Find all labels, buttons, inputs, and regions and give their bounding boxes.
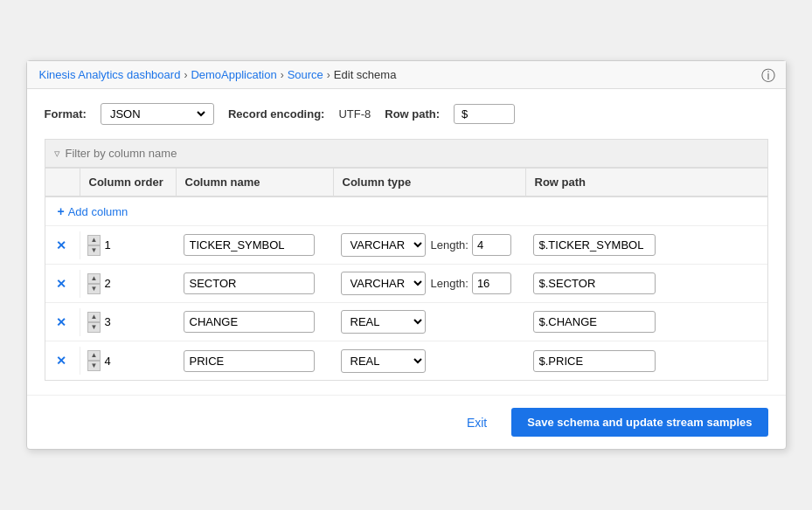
order-arrows-1: ▲ ▼ xyxy=(87,235,101,256)
order-num-2: 2 xyxy=(104,277,110,290)
filter-input[interactable] xyxy=(66,147,240,160)
coltype-cell-1: VARCHAR REAL INTEGER BOOLEAN Length: xyxy=(334,228,526,262)
order-up-4[interactable]: ▲ xyxy=(87,350,101,361)
order-cell-1: ▲ ▼ 1 xyxy=(80,230,177,261)
coltype-cell-4: VARCHAR REAL INTEGER BOOLEAN xyxy=(334,344,526,378)
order-down-3[interactable]: ▼ xyxy=(87,322,101,333)
order-num-3: 3 xyxy=(104,315,110,328)
rowpath-input-4[interactable] xyxy=(533,350,656,372)
th-type: Column type xyxy=(334,169,526,196)
breadcrumb-link-source[interactable]: Source xyxy=(288,68,323,81)
save-button[interactable]: Save schema and update stream samples xyxy=(511,408,767,437)
delete-cell-1: ✕ xyxy=(45,231,80,259)
main-window: Kinesis Analytics dashboard › DemoApplic… xyxy=(26,60,787,450)
delete-button-2[interactable]: ✕ xyxy=(52,275,70,293)
delete-button-1[interactable]: ✕ xyxy=(52,237,70,254)
order-cell-4: ▲ ▼ 4 xyxy=(80,345,177,376)
breadcrumb-current: Edit schema xyxy=(334,68,397,81)
colname-input-3[interactable] xyxy=(184,311,315,333)
table-row: ✕ ▲ ▼ 2 V xyxy=(45,265,767,303)
rowpath-cell-1 xyxy=(526,229,701,261)
th-order: Column order xyxy=(80,169,177,196)
add-column-icon: + xyxy=(58,204,65,218)
order-cell-2: ▲ ▼ 2 xyxy=(80,268,177,300)
table-row: ✕ ▲ ▼ 3 V xyxy=(45,303,767,341)
breadcrumb: Kinesis Analytics dashboard › DemoApplic… xyxy=(27,61,786,89)
colname-cell-4 xyxy=(177,345,334,377)
table-row: ✕ ▲ ▼ 1 V xyxy=(45,226,767,265)
help-icon[interactable]: ⓘ xyxy=(761,67,775,86)
rowpath-input-2[interactable] xyxy=(533,272,656,294)
coltype-select-2[interactable]: VARCHAR REAL INTEGER BOOLEAN xyxy=(341,272,426,295)
exit-button[interactable]: Exit xyxy=(455,410,499,436)
order-arrows-2: ▲ ▼ xyxy=(87,273,101,294)
delete-button-4[interactable]: ✕ xyxy=(52,352,70,369)
order-down-4[interactable]: ▼ xyxy=(87,361,101,371)
coltype-select-1[interactable]: VARCHAR REAL INTEGER BOOLEAN xyxy=(341,233,426,257)
row-path-label: Row path: xyxy=(385,107,440,121)
rowpath-cell-2 xyxy=(526,267,701,300)
record-encoding-value: UTF-8 xyxy=(338,107,371,121)
main-content: Format: JSON CSV Custom Record encoding:… xyxy=(27,89,786,395)
coltype-cell-2: VARCHAR REAL INTEGER BOOLEAN Length: xyxy=(334,266,526,300)
breadcrumb-link-dashboard[interactable]: Kinesis Analytics dashboard xyxy=(39,68,181,81)
rowpath-cell-3 xyxy=(526,306,701,338)
order-up-3[interactable]: ▲ xyxy=(87,312,101,322)
order-up-1[interactable]: ▲ xyxy=(87,235,101,245)
rowpath-cell-4 xyxy=(526,345,701,377)
coltype-select-4[interactable]: VARCHAR REAL INTEGER BOOLEAN xyxy=(341,349,426,373)
row-path-input[interactable] xyxy=(454,104,515,124)
delete-cell-4: ✕ xyxy=(45,347,80,375)
colname-input-1[interactable] xyxy=(184,234,315,256)
length-group-2: Length: xyxy=(431,272,511,294)
footer: Exit Save schema and update stream sampl… xyxy=(27,395,786,449)
order-down-2[interactable]: ▼ xyxy=(87,284,101,294)
breadcrumb-sep-2: › xyxy=(281,69,284,81)
breadcrumb-sep-3: › xyxy=(327,69,330,81)
colname-cell-3 xyxy=(177,306,334,338)
delete-cell-2: ✕ xyxy=(45,270,80,298)
coltype-select-3[interactable]: VARCHAR REAL INTEGER BOOLEAN xyxy=(341,310,426,334)
order-arrows-3: ▲ ▼ xyxy=(87,312,101,333)
schema-table: Column order Column name Column type Row… xyxy=(45,168,768,381)
length-input-1[interactable] xyxy=(472,234,511,256)
filter-row: ▿ xyxy=(45,139,768,168)
table-header: Column order Column name Column type Row… xyxy=(45,169,767,197)
format-select-wrapper[interactable]: JSON CSV Custom xyxy=(101,103,214,125)
length-input-2[interactable] xyxy=(472,272,511,294)
colname-cell-1 xyxy=(177,229,334,261)
th-delete xyxy=(45,169,80,196)
colname-input-2[interactable] xyxy=(184,272,315,294)
th-rowpath: Row path xyxy=(526,169,701,196)
rowpath-input-1[interactable] xyxy=(533,234,656,256)
order-num-1: 1 xyxy=(104,238,110,252)
th-name: Column name xyxy=(177,169,334,196)
record-encoding-label: Record encoding: xyxy=(228,107,325,121)
coltype-cell-3: VARCHAR REAL INTEGER BOOLEAN xyxy=(334,305,526,339)
breadcrumb-link-app[interactable]: DemoApplication xyxy=(191,68,276,81)
delete-cell-3: ✕ xyxy=(45,308,80,336)
order-down-1[interactable]: ▼ xyxy=(87,245,101,256)
format-row: Format: JSON CSV Custom Record encoding:… xyxy=(45,103,768,125)
length-label-2: Length: xyxy=(431,277,468,290)
format-select[interactable]: JSON CSV Custom xyxy=(107,107,208,121)
order-num-4: 4 xyxy=(104,355,110,368)
rowpath-input-3[interactable] xyxy=(533,311,656,333)
delete-button-3[interactable]: ✕ xyxy=(52,314,70,331)
length-label-1: Length: xyxy=(431,238,468,252)
colname-cell-2 xyxy=(177,267,334,300)
order-up-2[interactable]: ▲ xyxy=(87,273,101,284)
colname-input-4[interactable] xyxy=(184,350,315,372)
order-arrows-4: ▲ ▼ xyxy=(87,350,101,371)
length-group-1: Length: xyxy=(431,234,511,256)
add-column-row[interactable]: + Add column xyxy=(45,197,767,226)
filter-icon: ▿ xyxy=(54,147,60,160)
breadcrumb-sep-1: › xyxy=(184,69,187,81)
format-label: Format: xyxy=(45,107,87,121)
add-column-label[interactable]: Add column xyxy=(68,205,128,218)
order-cell-3: ▲ ▼ 3 xyxy=(80,307,177,338)
table-row: ✕ ▲ ▼ 4 V xyxy=(45,341,767,380)
